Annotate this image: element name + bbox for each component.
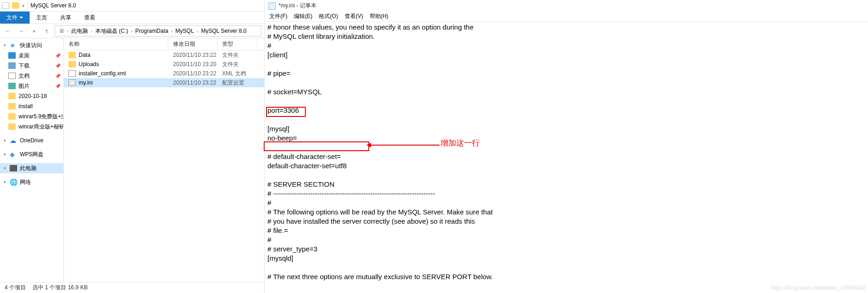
file-date: 2020/11/10 23:22 [168,52,217,58]
sidebar-item-label: WPS网盘 [20,151,43,159]
sidebar-item-快速访问[interactable]: ★快速访问 [0,40,63,50]
file-row[interactable]: Uploads2020/11/10 23:20文件夹 [64,60,264,69]
file-row[interactable]: installer_config.xml2020/11/10 23:22XML … [64,69,264,78]
sidebar-item-图片[interactable]: 图片📌 [0,81,63,91]
up-button[interactable]: ↑ [42,26,52,36]
column-type[interactable]: 类型 [217,38,257,50]
ribbon-tabs: 文件 主页 共享 查看 [0,12,264,24]
text-line: # SERVER SECTION [267,180,865,189]
file-explorer: ▾ MySQL Server 8.0 文件 主页 共享 查看 ← → ▾ ↑ 🖥… [0,0,265,293]
column-date[interactable]: 修改日期 [168,38,217,50]
tab-view[interactable]: 查看 [78,12,102,24]
breadcrumb-segment[interactable]: 本地磁盘 (C:) [93,27,130,35]
file-type: 文件夹 [217,51,257,59]
sidebar-item-label: OneDrive [20,137,43,144]
pin-icon: 📌 [55,63,61,68]
sidebar-item-label: 此电脑 [20,165,37,172]
text-line: # The following options will be read by … [267,208,865,217]
sidebar-item-此电脑[interactable]: 此电脑 [0,163,63,173]
text-line: # [267,41,865,50]
sidebar-item-winrar商业版+秘钥[interactable]: winrar商业版+秘钥 [0,122,63,132]
menu-file[interactable]: 文件(F) [267,12,290,20]
sidebar-item-label: winrar商业版+秘钥 [19,123,64,131]
column-name[interactable]: 名称 [64,38,168,50]
sidebar-item-winrar5.9免费版+注[interactable]: winrar5.9免费版+注 [0,111,63,122]
sidebar-item-install[interactable]: install [0,101,63,111]
star-icon: ★ [10,42,17,49]
text-line: # pipe= [267,69,865,78]
tab-file[interactable]: 文件 [0,12,30,24]
folder-icon [12,2,19,9]
text-line [267,171,865,180]
text-line: # socket=MYSQL [267,87,865,97]
file-type: 配置设置 [217,79,257,87]
sidebar-item-OneDrive[interactable]: ☁OneDrive [0,135,63,146]
sidebar-item-label: 网络 [20,178,31,186]
sidebar-item-下载[interactable]: 下载📌 [0,61,63,71]
folder-icon [8,103,16,110]
text-line: port=3306 [267,106,865,115]
text-line: # The next three options are mutually ex… [267,272,865,281]
sidebar-item-WPS网盘[interactable]: ◆WPS网盘 [0,149,63,159]
pic-icon [8,83,16,89]
sidebar-item-label: install [19,103,33,110]
forward-button[interactable]: → [16,26,26,36]
explorer-titlebar: ▾ MySQL Server 8.0 [0,0,264,12]
folder-icon [8,113,16,120]
chevron-right-icon[interactable]: › [66,29,69,34]
navigation-pane: ★快速访问桌面📌下载📌文档📌图片📌2020-10-18installwinrar… [0,38,64,282]
text-line: # file.= [267,226,865,235]
folder-icon [8,123,16,130]
sidebar-item-文档[interactable]: 文档📌 [0,71,63,81]
sidebar-item-网络[interactable]: 🌐网络 [0,177,63,187]
menu-format[interactable]: 格式(O) [316,12,341,20]
cloud-icon: ☁ [10,137,17,144]
notepad-icon [268,2,276,10]
sidebar-item-桌面[interactable]: 桌面📌 [0,50,63,61]
text-line: default-character-set=utf8 [267,161,865,171]
chevron-right-icon[interactable]: › [90,29,93,34]
breadcrumb-segment[interactable]: MySQL [174,28,196,34]
tab-share[interactable]: 共享 [54,12,78,24]
download-icon [8,62,16,69]
text-line [267,97,865,106]
notepad-title: *my.ini - 记事本 [279,2,316,10]
notepad: *my.ini - 记事本 文件(F) 编辑(E) 格式(O) 查看(V) 帮助… [265,0,868,293]
tab-home[interactable]: 主页 [30,12,54,24]
file-name: my.ini [79,79,93,86]
file-row[interactable]: Data2020/11/10 23:22文件夹 [64,50,264,60]
breadcrumb[interactable]: 🖥 › 此电脑 › 本地磁盘 (C:) › ProgramData › MySQ… [55,25,261,37]
pin-icon: 📌 [55,73,61,79]
notepad-content[interactable]: # honor these values, you need to specif… [265,22,868,293]
file-type: XML 文档 [217,70,257,78]
text-line: # [267,235,865,244]
breadcrumb-segment[interactable]: 此电脑 [69,27,90,35]
pc-icon: 🖥 [59,28,64,34]
menu-edit[interactable]: 编辑(E) [291,12,315,20]
menu-view[interactable]: 查看(V) [342,12,366,20]
text-line [267,115,865,124]
history-dropdown[interactable]: ▾ [29,26,39,36]
chevron-right-icon[interactable]: › [196,29,199,34]
xml-icon [68,70,76,77]
breadcrumb-segment[interactable]: MySQL Server 8.0 [199,28,248,34]
sidebar-item-2020-10-18[interactable]: 2020-10-18 [0,91,63,101]
menu-help[interactable]: 帮助(H) [367,12,391,20]
back-button[interactable]: ← [3,26,13,36]
text-line: no-beep= [267,134,865,143]
text-line: [mysql] [267,124,865,134]
sidebar-item-label: 图片 [19,82,30,90]
file-date: 2020/11/10 23:22 [168,79,217,86]
breadcrumb-segment[interactable]: ProgramData [133,28,170,34]
navigation-bar: ← → ▾ ↑ 🖥 › 此电脑 › 本地磁盘 (C:) › ProgramDat… [0,24,264,38]
sidebar-item-label: 快速访问 [20,42,42,49]
sidebar-item-label: winrar5.9免费版+注 [19,113,64,121]
chevron-right-icon[interactable]: › [130,29,133,34]
file-row[interactable]: my.ini2020/11/10 23:22配置设置 [64,78,264,87]
text-line [267,60,865,69]
chevron-right-icon[interactable]: › [170,29,174,34]
text-line: # default-character-set= [267,152,865,161]
text-line [267,143,865,152]
text-line: [mysqld] [267,254,865,263]
dropdown-icon[interactable]: ▾ [22,3,25,8]
